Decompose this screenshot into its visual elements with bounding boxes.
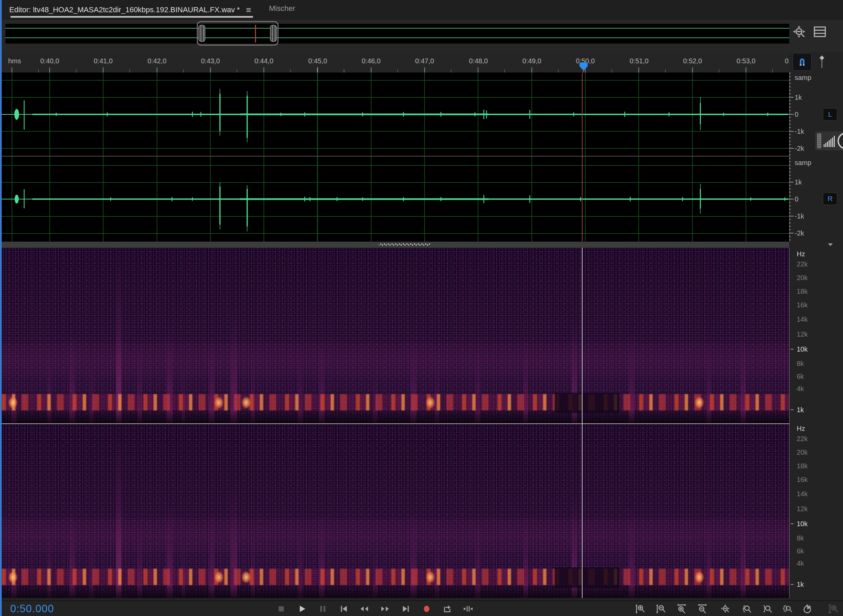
freq-label: 10k [797,345,808,353]
navigator-tools [793,25,827,39]
collapse-chevron-icon[interactable] [828,243,833,246]
spectral-haze [2,518,789,553]
zoom-in-horizontal-button[interactable] [677,604,687,614]
ruler-tick-label: 0:47,0 [415,57,434,65]
scale-tick [790,114,794,115]
svg-text:{: { [742,604,746,613]
active-tab-underline [10,16,253,18]
marker-pin-icon[interactable] [817,55,827,69]
panel-menu-icon[interactable]: ≡ [246,6,251,14]
record-button[interactable] [422,604,432,614]
amplitude-scale-panel: samp 1k 0 -1k -2k L samp 1k 0 -1 [789,72,843,242]
current-time-display[interactable]: 0:50.000 [10,603,54,615]
navigator-playhead [255,25,256,43]
spectrogram-right-channel [2,424,789,598]
scale-tick [790,131,794,132]
tab-mixer[interactable]: Mischer [266,0,298,17]
ruler-tick-label: 0:52,0 [683,57,702,65]
scale-label: -1k [795,213,804,220]
channel-volume-hud[interactable] [815,131,843,150]
ruler-tick-label: 0:41,0 [94,57,113,65]
navigator-viewport-box[interactable] [197,21,279,45]
svg-text:}: } [762,604,767,613]
timeline-ruler[interactable]: hms 0:40,0 0:41,0 0:42,0 0:43,0 0:44,0 0… [2,53,789,72]
scale-unit: Hz [797,425,805,433]
playhead-line-spectrogram[interactable] [582,248,583,598]
freq-label: 8k [797,534,804,542]
badge-text: L [828,110,832,119]
spectrogram-canvas[interactable] [2,248,789,598]
zoom-to-in-point-button[interactable]: { [741,604,751,614]
freq-label: 6k [797,547,804,555]
loop-playback-button[interactable] [442,604,452,614]
navigator-waveform-lane [6,24,789,44]
freq-label: 22k [797,260,808,268]
ruler-minor-ticks [2,69,789,72]
spectrogram-left-channel [2,248,789,423]
freq-label: 20k [797,274,808,282]
freq-label: 20k [797,449,808,456]
zoom-out-vertical-button[interactable] [656,604,666,614]
ruler-tick-label: 0:44,0 [254,57,273,65]
scale-tick [790,584,794,585]
stop-button[interactable] [276,604,286,614]
level-bars-icon [823,134,836,148]
playhead-line-waveform[interactable] [582,72,583,242]
zoom-to-out-point-button[interactable]: } [762,604,772,614]
rewind-button[interactable] [359,604,369,614]
right-channel-badge[interactable]: R [823,193,837,205]
zoom-out-full-button[interactable] [720,604,731,614]
panel-layout-icon[interactable] [813,26,827,38]
scale-tick [790,409,794,410]
zoom-in-vertical-disabled-button[interactable] [828,604,839,614]
freq-label: 22k [797,435,808,443]
skip-to-start-button[interactable] [338,604,349,614]
ruler-tick-label: 0:53,0 [736,57,755,65]
view-splitter[interactable] [2,242,789,248]
play-button[interactable] [297,604,307,614]
freq-label: 1k [797,406,804,414]
audition-editor-window: Editor: ltv48_HOA2_MASA2tc2dir_160kbps.1… [0,0,843,616]
freq-label: 14k [797,490,808,498]
viewport-right-handle[interactable] [270,25,277,42]
ruler-tick-label: 0:45,0 [308,57,327,65]
freq-label: 12k [797,505,808,513]
left-channel-badge[interactable]: L [823,108,837,120]
scale-tick [790,349,794,349]
pause-button[interactable] [318,604,328,614]
navigator-right-channel-line [6,37,789,38]
mixer-tab-label: Mischer [269,4,295,13]
stopwatch-button[interactable] [802,604,812,614]
freq-label: 14k [797,315,808,323]
panel-edge [789,248,790,598]
frequency-scale-panel: Hz 22k 20k 18k 16k 14k 12k 10k 8k 6k 4k … [789,248,843,598]
ruler-tick-label: 0: [785,57,789,65]
spectrogram-floor [2,411,789,423]
skip-to-end-button[interactable] [401,604,411,614]
freq-label: 8k [797,360,804,368]
zoom-out-horizontal-button[interactable] [697,604,708,614]
zoom-out-full-icon[interactable] [793,25,806,39]
viewport-left-handle[interactable] [198,25,205,42]
snap-toggle[interactable] [793,53,812,71]
zoom-to-selection-button[interactable]: {} [782,604,792,614]
hud-drag-grip[interactable] [817,133,821,148]
waveform-editor-canvas[interactable] [2,72,789,242]
playhead-marker[interactable] [577,62,590,72]
scale-tick [790,148,794,149]
zoom-in-vertical-button[interactable] [635,604,645,614]
fast-forward-button[interactable] [380,604,390,614]
waveform-right-channel [2,157,789,242]
overview-navigator[interactable] [2,20,843,53]
scale-tick [790,216,794,216]
band-gap [555,567,619,588]
band-gap [555,393,619,413]
scale-label: -2k [795,145,804,153]
skip-selection-button[interactable] [463,604,473,614]
ruler-tick-label: 0:42,0 [147,57,166,65]
spectral-haze [2,343,789,378]
volume-knob[interactable] [837,132,843,150]
splitter-grip[interactable] [379,243,430,246]
ruler-tick-label: 0:49,0 [522,57,541,65]
navigator-left-channel-line [6,28,789,29]
